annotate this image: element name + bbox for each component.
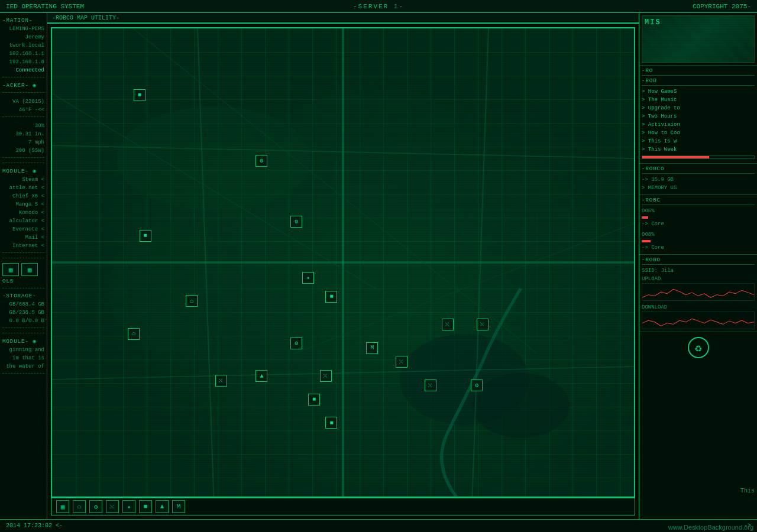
right-cpu2-bar: [642, 240, 651, 242]
sidebar-storage1: GB/688.4 GB: [2, 300, 44, 309]
center-area: -ROBCO MAP UTILITY-: [47, 13, 639, 519]
sidebar-thumb2[interactable]: ▦: [21, 263, 38, 276]
map-icon-11[interactable]: M: [366, 342, 378, 354]
sidebar-app-battlenet[interactable]: attle.net <: [2, 184, 44, 192]
sidebar-info-ip2: 192.168.1.8: [2, 58, 44, 66]
sidebar-module2-title: MODULE- ◉: [2, 338, 44, 345]
map-icon-15[interactable]: ⛌: [425, 379, 436, 391]
sidebar-app-evernote[interactable]: Evernote <: [2, 225, 44, 233]
right-cpu1-bar: [642, 216, 648, 219]
sidebar-app-manga[interactable]: Manga 5 <: [2, 200, 44, 209]
top-bar: IED OPERATING SYSTEM -SERVER 1- COPYRIGH…: [0, 0, 757, 13]
right-link-3[interactable]: > Upgrade to: [642, 104, 755, 112]
sidebar-storage2: GB/238.5 GB: [2, 309, 44, 317]
sidebar-app-komodo[interactable]: Komodo <: [2, 209, 44, 217]
right-mission-section: MIS: [639, 13, 757, 66]
map-icon-2[interactable]: ⚙: [255, 155, 267, 167]
sidebar-thumb1[interactable]: ▦: [2, 263, 19, 276]
right-cpu1-label: 006%: [642, 207, 755, 215]
map-container[interactable]: ■ ⚙ ■ ⚙ ✦ ■ ⌂ ⌂ ⛌ ⛌ M ⛌ ⚙ ⛌ ⛌ ⚙ ■ ⛌ ▲ ■: [51, 27, 635, 498]
sidebar-humidity: 30%: [2, 122, 44, 130]
sidebar-tracker-title: -ACKER- ◉: [2, 82, 44, 89]
toolbar-icon-bank[interactable]: ⛌: [106, 500, 119, 513]
sidebar-info-name1: LEMING-PERS: [2, 25, 44, 33]
map-icon-20[interactable]: ■: [325, 417, 337, 429]
right-cpu-core1: 006% -> Core: [642, 207, 755, 228]
top-bar-center: -SERVER 1-: [353, 3, 404, 10]
right-section-robc: -ROBC: [642, 197, 755, 205]
sidebar-pressure: 30.31 in.: [2, 130, 44, 138]
right-link-7[interactable]: > This Is W: [642, 137, 755, 145]
sidebar-info-name2: Jeremy: [2, 33, 44, 41]
sidebar-module2-text3: the water of: [2, 362, 44, 371]
right-progress-bar: [642, 155, 755, 159]
sidebar-wind: 7 mph: [2, 138, 44, 147]
right-upload-label: UPLOAD: [642, 275, 755, 283]
map-icon-4[interactable]: ⚙: [290, 216, 302, 228]
right-memory-usage: > MEMORY US: [642, 184, 755, 192]
right-link-4[interactable]: > Two Hours: [642, 112, 755, 121]
right-cpu-core2: 008% -> Core: [642, 231, 755, 252]
sidebar-app-calculator[interactable]: alculator <: [2, 217, 44, 225]
sidebar-storage3: 0.0 B/0.0 B: [2, 317, 44, 325]
sidebar-module-section: MODULE- ◉ Steam < attle.net < Chief X6 <…: [2, 166, 44, 253]
left-sidebar: -MATION- LEMING-PERS Jeremy twork.local …: [0, 13, 47, 519]
toolbar-icon-factory[interactable]: ■: [139, 500, 152, 513]
bottom-bar: 2014 17:23:02 <- ->: [0, 519, 757, 532]
right-cpu2-core: -> Core: [642, 244, 755, 252]
right-link-6[interactable]: > How to Coo: [642, 129, 755, 137]
mission-image: MIS: [642, 15, 755, 63]
map-icon-10[interactable]: ⛌: [477, 319, 489, 330]
right-link-1[interactable]: > How GameS: [642, 87, 755, 96]
sidebar-location-section: VA (22015) 46°F -<<: [2, 95, 44, 117]
sidebar-info-status: Connected: [2, 66, 44, 74]
sidebar-temp: 46°F -<<: [2, 106, 44, 114]
toolbar-icon-m[interactable]: M: [172, 500, 185, 513]
map-icon-16[interactable]: ⚙: [471, 379, 483, 391]
watermark: www.DesktopBackground.org: [665, 523, 757, 532]
map-icon-14[interactable]: ⛌: [215, 375, 227, 387]
right-upload-chart: [642, 283, 755, 301]
sidebar-app-steam[interactable]: Steam <: [2, 176, 44, 184]
right-recycle-section: ♻: [639, 332, 757, 363]
right-link-2[interactable]: > The Music: [642, 96, 755, 104]
map-icon-8[interactable]: ⌂: [128, 328, 140, 340]
right-link-5[interactable]: > Activision: [642, 121, 755, 129]
sidebar-app-mail[interactable]: Mail <: [2, 233, 44, 242]
map-icon-17[interactable]: ■: [308, 394, 320, 406]
right-news-section: -RO -ROB > How GameS > The Music > Upgra…: [639, 66, 757, 164]
sidebar-information-section: -MATION- LEMING-PERS Jeremy twork.local …: [2, 15, 44, 77]
toolbar-icon-arrow[interactable]: ▲: [156, 500, 169, 513]
map-icon-5[interactable]: ✦: [302, 272, 314, 284]
map-icon-1[interactable]: ■: [134, 89, 145, 101]
map-icon-3[interactable]: ■: [140, 230, 151, 242]
toolbar-icon-home[interactable]: ⌂: [73, 500, 86, 513]
map-icon-18[interactable]: ⛌: [320, 370, 332, 382]
right-bottom-text: This: [738, 486, 757, 495]
sidebar-sep3: [2, 288, 44, 288]
map-icon-6[interactable]: ■: [325, 291, 337, 303]
toolbar-icon-grid[interactable]: ▦: [56, 500, 69, 513]
map-icon-13[interactable]: ⚙: [290, 338, 302, 349]
sidebar-thumbnails: ▦ ▦: [2, 261, 44, 278]
recycle-button[interactable]: ♻: [688, 337, 709, 358]
sidebar-info-network1: twork.local: [2, 41, 44, 50]
sidebar-sep2: [2, 258, 44, 258]
sidebar-storage-title: -STORAGE-: [2, 293, 44, 299]
map-icon-12[interactable]: ⛌: [396, 356, 407, 368]
right-memory-size: -> 15.9 GB: [642, 176, 755, 184]
sidebar-app-chiefx6[interactable]: Chief X6 <: [2, 192, 44, 200]
map-icon-19[interactable]: ▲: [255, 370, 267, 382]
map-icon-9[interactable]: ⛌: [442, 319, 454, 330]
right-cpu-section: -ROBC 006% -> Core 008% -> Core: [639, 195, 757, 255]
right-download-chart: [642, 312, 755, 329]
sidebar-app-internet[interactable]: Internet <: [2, 242, 44, 250]
sidebar-module-title: MODULE- ◉: [2, 168, 44, 174]
toolbar-icon-build[interactable]: ⚙: [89, 500, 102, 513]
map-icon-7[interactable]: ⌂: [186, 295, 198, 307]
map-toolbar: ▦ ⌂ ⚙ ⛌ ✦ ■ ▲ M: [51, 498, 635, 515]
right-link-8[interactable]: > This Week: [642, 145, 755, 154]
sidebar-tools-title: OLS: [2, 278, 44, 284]
right-section-robco1: -ROBCO: [642, 166, 755, 174]
toolbar-icon-gear[interactable]: ✦: [122, 500, 135, 513]
